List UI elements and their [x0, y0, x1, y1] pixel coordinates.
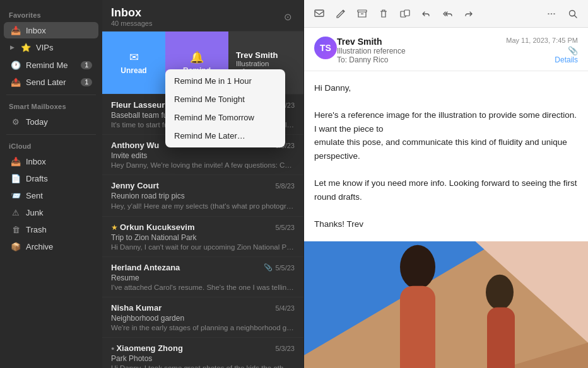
archive-button[interactable]: [355, 6, 370, 21]
sidebar-item-send-later[interactable]: 📤 Send Later 1: [4, 74, 98, 90]
email-item-herland[interactable]: Herland Antezana 📎 5/5/23 Resume I've at…: [102, 257, 303, 297]
email-item-orkun[interactable]: ★ Orkun Kucuksevim 5/5/23 Trip to Zion N…: [102, 217, 303, 257]
move-button[interactable]: [397, 6, 413, 21]
reply-all-button[interactable]: [440, 6, 456, 21]
sidebar-item-label: VIPs: [36, 43, 92, 52]
email-item-nisha-kumar[interactable]: Nisha Kumar 5/4/23 Neighborhood garden W…: [102, 297, 303, 338]
sidebar-section-label-icloud: iCloud: [0, 139, 102, 152]
star-icon: ★: [111, 223, 118, 232]
detail-body: Hi Danny, Here's a reference image for t…: [304, 71, 588, 241]
sidebar-section-icloud: iCloud 📥 Inbox 📄 Drafts 📨 Sent ⚠ Junk 🗑 …: [0, 139, 102, 255]
sidebar-item-remind-me[interactable]: 🕐 Remind Me 1: [4, 57, 98, 73]
svg-point-9: [400, 244, 435, 289]
email-top: Nisha Kumar 5/4/23: [111, 303, 295, 313]
sidebar-section-label-smart: Smart Mailboxes: [0, 99, 102, 113]
unread-icon: ✉: [129, 50, 139, 64]
main-area: Inbox 40 messages ⊙ ✉ Unread 🔔 Remind: [102, 0, 588, 368]
new-message-button[interactable]: [312, 6, 327, 21]
email-list-title-group: Inbox 40 messages: [111, 6, 152, 27]
email-subject: Resume: [111, 273, 295, 282]
forward-button[interactable]: [462, 6, 477, 21]
email-top: Herland Antezana 📎 5/5/23: [111, 263, 295, 272]
sidebar-item-sent[interactable]: 📨 Sent: [4, 187, 98, 204]
detail-sender-info: Trev Smith Illustration reference To: Da…: [337, 37, 506, 64]
image-canvas: [304, 241, 588, 368]
email-list-body: ✉ Unread 🔔 Remind Trev Smith Illustratio…: [102, 32, 303, 368]
filter-icon[interactable]: ⊙: [281, 10, 295, 24]
sent-icon: 📨: [10, 190, 21, 201]
email-preview: We're in the early stages of planning a …: [111, 324, 295, 331]
svg-rect-1: [358, 10, 367, 12]
email-date: 5/3/23: [275, 345, 295, 352]
sidebar-section-label-favorites: Favorites: [0, 8, 102, 21]
divider: [6, 134, 96, 135]
sidebar-item-vips[interactable]: ▶ ⭐ VIPs: [4, 39, 98, 55]
remind-icon: 🔔: [190, 50, 204, 64]
sidebar-item-label: Inbox: [26, 26, 92, 35]
email-item-trev-smith[interactable]: ✉ Unread 🔔 Remind Trev Smith Illustratio…: [102, 32, 303, 95]
email-subject: Reunion road trip pics: [111, 192, 295, 200]
dropdown-remind-later[interactable]: Remind Me Later…: [165, 127, 285, 145]
email-preview: Hey Danny, We're loving the invite! A fe…: [111, 161, 295, 169]
trash-icon: 🗑: [10, 224, 21, 235]
attachment-icon: 📎: [568, 46, 578, 55]
send-icon: 📤: [10, 76, 21, 88]
sidebar-item-archive[interactable]: 📦 Archive: [4, 238, 98, 255]
reply-button[interactable]: [419, 6, 434, 21]
compose-button[interactable]: [333, 6, 348, 21]
body-line-1: Hi Danny,: [314, 81, 578, 95]
sidebar-item-label: Trash: [26, 225, 92, 234]
email-subject: Invite edits: [111, 151, 295, 160]
email-sender: Herland Antezana: [111, 263, 180, 272]
swipe-unread-button[interactable]: ✉ Unread: [102, 32, 165, 94]
sidebar-item-trash[interactable]: 🗑 Trash: [4, 221, 98, 238]
sidebar-item-label: Archive: [26, 242, 92, 251]
details-button[interactable]: Details: [506, 55, 578, 64]
email-date: 5/5/23: [275, 264, 295, 272]
svg-point-11: [486, 274, 514, 309]
dropdown-remind-tomorrow[interactable]: Remind Me Tomorrow: [165, 108, 285, 127]
sidebar-item-drafts[interactable]: 📄 Drafts: [4, 170, 98, 187]
inbox-icon: 📥: [10, 156, 21, 167]
inbox-icon: 📥: [10, 25, 21, 36]
detail-toolbar: [304, 0, 588, 28]
sidebar-item-label: Today: [26, 117, 92, 127]
sidebar-item-today[interactable]: ⚙ Today: [4, 113, 98, 130]
email-subject: Trip to Zion National Park: [111, 233, 295, 242]
email-sender: Jenny Court: [111, 181, 159, 190]
sidebar-section-actions: 🕐 Remind Me 1 📤 Send Later 1: [0, 56, 102, 91]
delete-button[interactable]: [376, 6, 391, 21]
email-preview: Hi Danny, I took some great photos of th…: [111, 364, 295, 368]
dropdown-remind-tonight[interactable]: Remind Me Tonight: [165, 90, 285, 108]
sidebar-item-icloud-inbox[interactable]: 📥 Inbox: [4, 153, 98, 170]
dropdown-remind-1h[interactable]: Remind Me in 1 Hour: [165, 72, 285, 90]
svg-rect-10: [400, 285, 435, 368]
email-subject: Park Photos: [111, 354, 295, 363]
junk-icon: ⚠: [10, 207, 21, 218]
email-list-header: Inbox 40 messages ⊙: [102, 0, 303, 32]
email-preview: I've attached Carol's resume. She's the …: [111, 284, 295, 291]
detail-subject: Illustration reference: [337, 47, 506, 55]
remind-dropdown: Remind Me in 1 Hour Remind Me Tonight Re…: [165, 69, 285, 147]
email-sender: Fleur Lasseur: [111, 100, 165, 110]
email-sender: Orkun Kucuksevim: [120, 222, 195, 232]
email-item-jenny-court[interactable]: Jenny Court 5/8/23 Reunion road trip pic…: [102, 175, 303, 217]
svg-rect-0: [315, 10, 324, 16]
sidebar-item-inbox-fav[interactable]: 📥 Inbox: [4, 22, 98, 38]
search-button[interactable]: [565, 6, 580, 21]
divider: [6, 95, 96, 95]
attachment-icon: 📎: [264, 263, 273, 272]
body-line-4: emulate this pose, and communicate this …: [314, 135, 578, 163]
body-line-6: Let me know if you need more info. Looki…: [314, 176, 578, 204]
more-button[interactable]: [544, 6, 559, 21]
body-line-8: Thanks! Trev: [314, 217, 578, 231]
svg-rect-12: [487, 307, 515, 368]
email-sender: Anthony Wu: [111, 141, 159, 150]
email-item-xiaomeng[interactable]: ● Xiaomeng Zhong 5/3/23 Park Photos Hi D…: [102, 338, 303, 368]
sidebar-item-junk[interactable]: ⚠ Junk: [4, 204, 98, 221]
inbox-subtitle: 40 messages: [111, 20, 152, 27]
sidebar-item-label: Remind Me: [26, 60, 76, 70]
unread-dot-small: ●: [111, 345, 114, 352]
sidebar-item-label: Inbox: [26, 157, 92, 166]
detail-image: [304, 241, 588, 368]
